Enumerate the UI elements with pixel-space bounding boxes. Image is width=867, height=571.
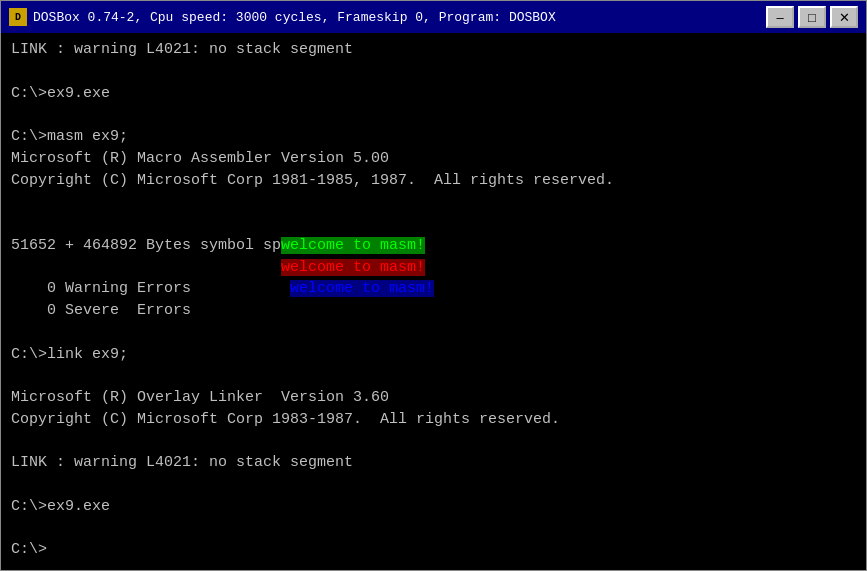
console-prompt: C:\>	[11, 539, 856, 561]
console-line: Copyright (C) Microsoft Corp 1983-1987. …	[11, 409, 856, 431]
title-bar-text: DOSBox 0.74-2, Cpu speed: 3000 cycles, F…	[33, 10, 760, 25]
console-line: LINK : warning L4021: no stack segment	[11, 39, 856, 61]
console-line: C:\>ex9.exe	[11, 83, 856, 105]
console-line: Microsoft (R) Macro Assembler Version 5.…	[11, 148, 856, 170]
console-line: Microsoft (R) Overlay Linker Version 3.6…	[11, 387, 856, 409]
symbol-space-line: 51652 + 464892 Bytes symbol spwelcome to…	[11, 235, 856, 257]
close-button[interactable]: ✕	[830, 6, 858, 28]
console-line: LINK : warning L4021: no stack segment	[11, 452, 856, 474]
app-icon: D	[9, 8, 27, 26]
console-line: C:\>ex9.exe	[11, 496, 856, 518]
console-line: C:\>link ex9;	[11, 344, 856, 366]
console-line: C:\>masm ex9;	[11, 126, 856, 148]
console-output: LINK : warning L4021: no stack segment C…	[1, 33, 866, 570]
maximize-button[interactable]: □	[798, 6, 826, 28]
console-line: Copyright (C) Microsoft Corp 1981-1985, …	[11, 170, 856, 192]
window-controls: – □ ✕	[766, 6, 858, 28]
title-bar: D DOSBox 0.74-2, Cpu speed: 3000 cycles,…	[1, 1, 866, 33]
welcome-red-line: welcome to masm!	[11, 257, 856, 279]
dosbox-window: D DOSBox 0.74-2, Cpu speed: 3000 cycles,…	[0, 0, 867, 571]
minimize-button[interactable]: –	[766, 6, 794, 28]
severe-errors-line: 0 Severe Errors	[11, 300, 856, 322]
warning-errors-line: 0 Warning Errors welcome to masm!	[11, 278, 856, 300]
